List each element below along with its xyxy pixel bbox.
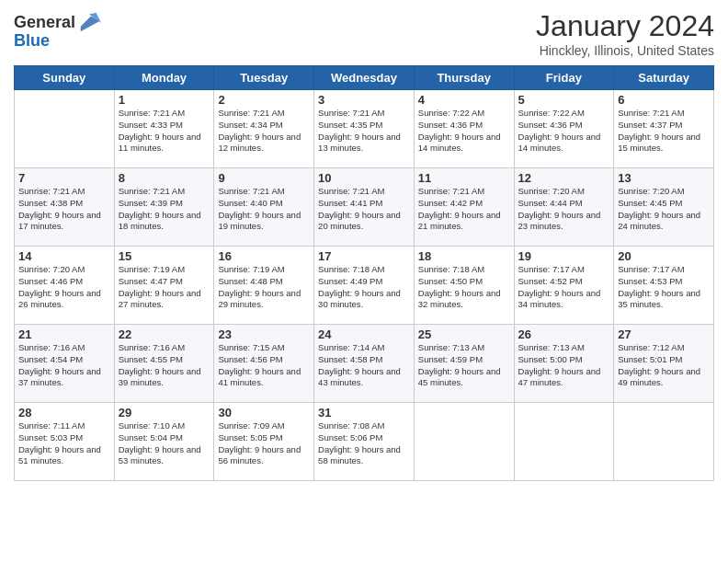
week-row-4: 21Sunrise: 7:16 AMSunset: 4:54 PMDayligh… [15,325,714,403]
week-row-1: 1Sunrise: 7:21 AMSunset: 4:33 PMDaylight… [15,90,714,168]
cell-info: Sunrise: 7:21 AMSunset: 4:38 PMDaylight:… [18,186,110,233]
location: Hinckley, Illinois, United States [536,43,714,58]
week-row-3: 14Sunrise: 7:20 AMSunset: 4:46 PMDayligh… [15,247,714,325]
calendar-cell: 21Sunrise: 7:16 AMSunset: 4:54 PMDayligh… [15,325,115,403]
logo-icon [77,9,103,35]
day-number: 30 [218,406,310,419]
week-row-2: 7Sunrise: 7:21 AMSunset: 4:38 PMDaylight… [15,168,714,247]
cell-info: Sunrise: 7:20 AMSunset: 4:44 PMDaylight:… [518,186,610,233]
day-number: 17 [318,249,410,263]
day-number: 29 [119,406,210,419]
logo-blue-text: Blue [14,31,50,50]
calendar-cell: 14Sunrise: 7:20 AMSunset: 4:46 PMDayligh… [15,247,115,325]
day-number: 4 [418,93,510,107]
calendar-cell: 4Sunrise: 7:22 AMSunset: 4:36 PMDaylight… [414,90,514,168]
day-number: 26 [518,327,610,341]
day-number: 19 [518,249,610,263]
cell-info: Sunrise: 7:09 AMSunset: 5:05 PMDaylight:… [218,420,310,467]
day-number: 8 [119,171,210,185]
day-number: 3 [318,93,410,107]
calendar-cell: 5Sunrise: 7:22 AMSunset: 4:36 PMDaylight… [514,90,614,168]
day-number: 14 [18,249,110,263]
calendar-cell: 7Sunrise: 7:21 AMSunset: 4:38 PMDaylight… [15,168,115,247]
calendar-cell: 19Sunrise: 7:17 AMSunset: 4:52 PMDayligh… [514,247,614,325]
day-number: 10 [318,171,410,185]
cell-info: Sunrise: 7:21 AMSunset: 4:34 PMDaylight:… [218,108,310,155]
calendar-cell: 23Sunrise: 7:15 AMSunset: 4:56 PMDayligh… [214,325,314,403]
cell-info: Sunrise: 7:21 AMSunset: 4:40 PMDaylight:… [218,186,310,233]
calendar-cell [15,90,115,168]
cell-info: Sunrise: 7:15 AMSunset: 4:56 PMDaylight:… [218,342,310,389]
header-row: SundayMondayTuesdayWednesdayThursdayFrid… [15,66,714,90]
cell-info: Sunrise: 7:13 AMSunset: 4:59 PMDaylight:… [418,342,510,389]
calendar-cell: 18Sunrise: 7:18 AMSunset: 4:50 PMDayligh… [414,247,514,325]
cell-info: Sunrise: 7:10 AMSunset: 5:04 PMDaylight:… [119,420,210,467]
calendar-cell: 30Sunrise: 7:09 AMSunset: 5:05 PMDayligh… [214,403,314,481]
header: General Blue January 2024 Hinckley, Illi… [14,9,714,58]
day-number: 11 [418,171,510,185]
cell-info: Sunrise: 7:22 AMSunset: 4:36 PMDaylight:… [518,108,610,155]
calendar-cell [614,403,714,481]
logo-general-text: General [14,13,75,32]
page-container: General Blue January 2024 Hinckley, Illi… [0,0,728,490]
day-header-saturday: Saturday [614,66,714,90]
day-header-thursday: Thursday [414,66,514,90]
day-number: 21 [18,327,110,341]
day-number: 22 [119,327,210,341]
calendar-cell: 15Sunrise: 7:19 AMSunset: 4:47 PMDayligh… [114,247,214,325]
calendar-cell: 1Sunrise: 7:21 AMSunset: 4:33 PMDaylight… [114,90,214,168]
cell-info: Sunrise: 7:21 AMSunset: 4:42 PMDaylight:… [418,186,510,233]
calendar-cell: 6Sunrise: 7:21 AMSunset: 4:37 PMDaylight… [614,90,714,168]
logo: General Blue [14,9,103,51]
calendar-cell: 25Sunrise: 7:13 AMSunset: 4:59 PMDayligh… [414,325,514,403]
calendar-cell: 3Sunrise: 7:21 AMSunset: 4:35 PMDaylight… [314,90,415,168]
calendar-cell: 10Sunrise: 7:21 AMSunset: 4:41 PMDayligh… [314,168,415,247]
calendar-cell: 9Sunrise: 7:21 AMSunset: 4:40 PMDaylight… [214,168,314,247]
day-number: 5 [518,93,610,107]
day-number: 28 [18,406,110,419]
day-number: 1 [119,93,210,107]
cell-info: Sunrise: 7:12 AMSunset: 5:01 PMDaylight:… [618,342,710,389]
cell-info: Sunrise: 7:14 AMSunset: 4:58 PMDaylight:… [318,342,410,389]
calendar-cell: 11Sunrise: 7:21 AMSunset: 4:42 PMDayligh… [414,168,514,247]
calendar-cell: 28Sunrise: 7:11 AMSunset: 5:03 PMDayligh… [15,403,115,481]
day-number: 16 [218,249,310,263]
day-header-tuesday: Tuesday [214,66,314,90]
month-title: January 2024 [536,9,714,43]
cell-info: Sunrise: 7:21 AMSunset: 4:35 PMDaylight:… [318,108,410,155]
cell-info: Sunrise: 7:11 AMSunset: 5:03 PMDaylight:… [18,420,110,467]
cell-info: Sunrise: 7:16 AMSunset: 4:55 PMDaylight:… [119,342,210,389]
calendar-cell: 26Sunrise: 7:13 AMSunset: 5:00 PMDayligh… [514,325,614,403]
cell-info: Sunrise: 7:20 AMSunset: 4:46 PMDaylight:… [18,264,110,311]
day-header-sunday: Sunday [15,66,115,90]
calendar-cell [414,403,514,481]
cell-info: Sunrise: 7:22 AMSunset: 4:36 PMDaylight:… [418,108,510,155]
calendar-cell: 12Sunrise: 7:20 AMSunset: 4:44 PMDayligh… [514,168,614,247]
cell-info: Sunrise: 7:16 AMSunset: 4:54 PMDaylight:… [18,342,110,389]
cell-info: Sunrise: 7:17 AMSunset: 4:52 PMDaylight:… [518,264,610,311]
cell-info: Sunrise: 7:21 AMSunset: 4:39 PMDaylight:… [119,186,210,233]
cell-info: Sunrise: 7:13 AMSunset: 5:00 PMDaylight:… [518,342,610,389]
cell-info: Sunrise: 7:18 AMSunset: 4:49 PMDaylight:… [318,264,410,311]
calendar-cell: 29Sunrise: 7:10 AMSunset: 5:04 PMDayligh… [114,403,214,481]
cell-info: Sunrise: 7:21 AMSunset: 4:41 PMDaylight:… [318,186,410,233]
day-number: 15 [119,249,210,263]
day-number: 31 [318,406,410,419]
day-number: 23 [218,327,310,341]
cell-info: Sunrise: 7:19 AMSunset: 4:47 PMDaylight:… [119,264,210,311]
cell-info: Sunrise: 7:08 AMSunset: 5:06 PMDaylight:… [318,420,410,467]
day-number: 9 [218,171,310,185]
day-number: 27 [618,327,710,341]
day-number: 13 [618,171,710,185]
day-header-friday: Friday [514,66,614,90]
calendar-cell: 17Sunrise: 7:18 AMSunset: 4:49 PMDayligh… [314,247,415,325]
calendar-cell: 24Sunrise: 7:14 AMSunset: 4:58 PMDayligh… [314,325,415,403]
day-number: 12 [518,171,610,185]
calendar-cell [514,403,614,481]
title-area: January 2024 Hinckley, Illinois, United … [536,9,714,58]
day-number: 18 [418,249,510,263]
cell-info: Sunrise: 7:18 AMSunset: 4:50 PMDaylight:… [418,264,510,311]
day-number: 25 [418,327,510,341]
day-number: 7 [18,171,110,185]
cell-info: Sunrise: 7:19 AMSunset: 4:48 PMDaylight:… [218,264,310,311]
